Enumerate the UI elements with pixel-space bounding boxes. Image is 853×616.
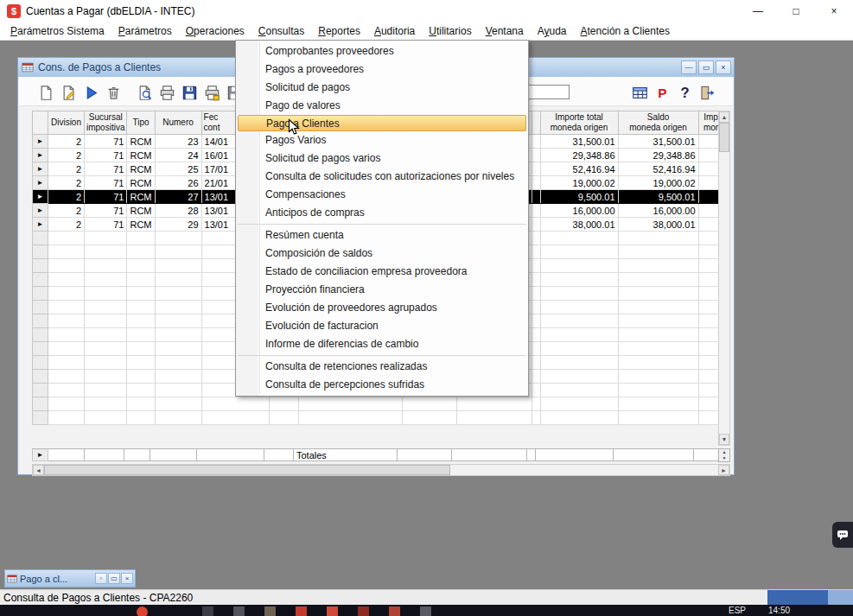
cell-c10[interactable] (456, 397, 532, 411)
child-maximize-button[interactable]: ▭ (698, 60, 714, 74)
cell-saldo[interactable]: 19,000.02 (618, 176, 698, 190)
cell-ind[interactable] (33, 245, 48, 259)
cell-saldo[interactable]: 16,000.00 (618, 204, 698, 218)
cell-saldo[interactable]: 52,416.94 (618, 162, 698, 176)
column-header-sucursal[interactable]: Sucursalimpositiva (85, 111, 127, 135)
cell-c11[interactable] (532, 218, 540, 232)
cell-division[interactable] (48, 384, 85, 397)
cell-sucursal[interactable] (85, 314, 127, 328)
taskbar-app-icon[interactable] (233, 606, 245, 616)
menu-item-pagos-varios[interactable]: Pagos Varios (236, 131, 528, 149)
cell-division[interactable]: 2 (48, 204, 85, 218)
cell-ind[interactable]: ► (33, 204, 48, 218)
cell-numero[interactable] (155, 370, 201, 384)
menubar-item-ayuda[interactable]: Ayuda (531, 23, 574, 39)
cell-sucursal[interactable]: 71 (85, 190, 127, 204)
cell-saldo[interactable] (618, 301, 698, 314)
cell-importe[interactable] (540, 328, 618, 342)
cell-c8[interactable] (298, 397, 402, 411)
cell-ind[interactable] (33, 370, 48, 384)
cell-ind[interactable] (33, 273, 48, 287)
cell-importe[interactable] (540, 301, 618, 314)
cell-ind[interactable] (33, 356, 48, 370)
cell-c11[interactable] (532, 176, 540, 190)
cell-ind[interactable]: ► (33, 176, 48, 190)
taskbar-app-icon[interactable] (327, 606, 338, 616)
cell-importe[interactable] (540, 356, 618, 370)
cell-importe[interactable]: 9,500.01 (540, 190, 618, 204)
column-header-division[interactable]: Division (48, 111, 85, 135)
cell-tipo[interactable] (127, 370, 155, 384)
scroll-right-icon[interactable]: ► (718, 465, 729, 475)
horizontal-scrollbar[interactable]: ◄ ► (32, 464, 730, 476)
cell-saldo[interactable] (618, 328, 698, 342)
cell-c11[interactable] (532, 342, 540, 356)
column-header-c11[interactable] (532, 111, 540, 135)
cell-c7[interactable] (269, 411, 298, 425)
menu-item-consulta-de-retenciones-realizadas[interactable]: Consulta de retenciones realizadas (236, 358, 528, 376)
cell-importe[interactable] (540, 314, 618, 328)
cell-importe[interactable]: 16,000.00 (540, 204, 618, 218)
cell-tipo[interactable]: RCM (127, 162, 155, 176)
scroll-up-icon[interactable]: ▲ (719, 111, 729, 123)
menu-item-consulta-de-percepciones-sufridas[interactable]: Consulta de percepciones sufridas (236, 376, 528, 394)
cell-division[interactable] (48, 411, 85, 425)
cell-division[interactable] (48, 259, 85, 273)
cell-c11[interactable] (532, 328, 540, 342)
cell-c11[interactable] (532, 149, 540, 162)
exit-icon[interactable] (697, 82, 717, 103)
cell-division[interactable] (48, 397, 85, 411)
min-restore-button[interactable]: ▫ (95, 573, 107, 584)
cell-importe[interactable] (540, 287, 618, 301)
cell-division[interactable] (48, 287, 85, 301)
cell-numero[interactable] (155, 301, 201, 314)
cell-sucursal[interactable] (85, 232, 127, 245)
cell-sucursal[interactable]: 71 (85, 162, 127, 176)
taskbar-app-icon[interactable] (137, 606, 148, 616)
menubar-item-reportes[interactable]: Reportes (311, 23, 367, 39)
menubar-item-utilitarios[interactable]: Utilitarios (422, 23, 478, 39)
print-icon[interactable] (156, 82, 177, 103)
cell-c11[interactable] (532, 397, 540, 411)
cell-numero[interactable] (155, 328, 201, 342)
cell-saldo[interactable] (618, 356, 698, 370)
cell-c9[interactable] (402, 411, 456, 425)
run-icon[interactable] (80, 82, 101, 103)
cell-saldo[interactable] (618, 259, 698, 273)
cell-sucursal[interactable] (85, 259, 127, 273)
cell-importe[interactable] (540, 245, 618, 259)
menu-item-comprobantes-proveedores[interactable]: Comprobantes proveedores (236, 42, 528, 60)
cell-sucursal[interactable] (85, 301, 127, 314)
cell-ind[interactable] (33, 328, 48, 342)
cell-ind[interactable] (33, 314, 48, 328)
cell-c11[interactable] (532, 162, 540, 176)
cell-numero[interactable]: 26 (155, 176, 201, 190)
menu-item-anticipos-de-compras[interactable]: Anticipos de compras (236, 204, 528, 222)
cell-c11[interactable] (532, 370, 540, 384)
cell-saldo[interactable] (618, 384, 698, 397)
cell-tipo[interactable] (127, 273, 155, 287)
cell-numero[interactable] (155, 411, 201, 425)
cell-c11[interactable] (532, 135, 540, 149)
cell-c11[interactable] (532, 245, 540, 259)
cell-tipo[interactable] (127, 397, 155, 411)
cell-saldo[interactable] (618, 342, 698, 356)
cell-c11[interactable] (532, 287, 540, 301)
cell-numero[interactable] (155, 287, 201, 301)
close-button[interactable]: × (815, 0, 853, 22)
cell-division[interactable] (48, 273, 85, 287)
cell-ind[interactable]: ► (33, 190, 48, 204)
cell-numero[interactable] (155, 384, 201, 397)
menubar-item-operaciones[interactable]: Operaciones (179, 23, 251, 39)
taskbar-app-icon[interactable] (420, 606, 431, 616)
cell-importe[interactable] (540, 342, 618, 356)
menu-item-resumen-cuenta[interactable]: Resúmen cuenta (236, 226, 528, 244)
menubar-item-consultas[interactable]: Consultas (251, 23, 311, 39)
menu-item-pagos-a-proveedores[interactable]: Pagos a proveedores (236, 60, 528, 79)
cell-c11[interactable] (532, 232, 540, 245)
cell-numero[interactable] (155, 314, 201, 328)
cell-numero[interactable]: 23 (155, 135, 201, 149)
edit-document-icon[interactable] (58, 82, 79, 103)
cell-importe[interactable]: 52,416.94 (540, 162, 618, 176)
cell-division[interactable] (48, 232, 85, 245)
